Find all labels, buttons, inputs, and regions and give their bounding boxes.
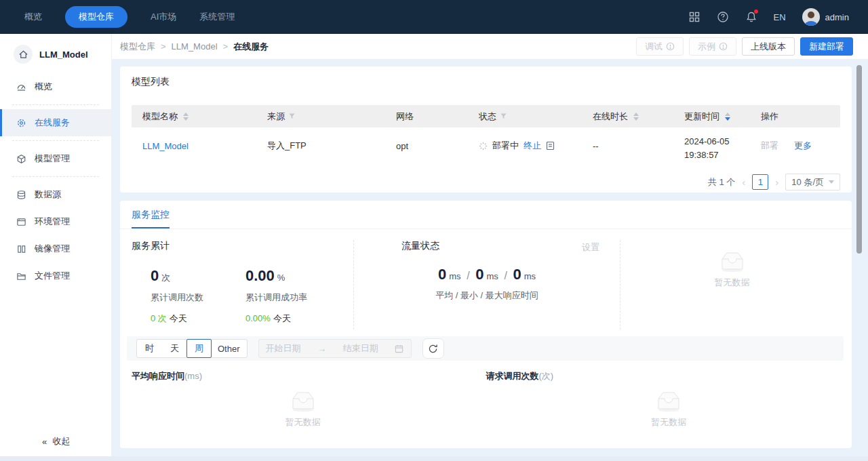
scrollbar-thumb[interactable] xyxy=(856,65,862,254)
vertical-scrollbar[interactable] xyxy=(856,61,862,458)
chart-unit: (ms) xyxy=(184,371,202,381)
image-management-icon xyxy=(16,244,26,254)
column-actions: 操作 xyxy=(750,111,840,123)
sidebar-item-label: 概览 xyxy=(35,81,52,93)
date-range-picker[interactable]: 开始日期 → 结束日期 xyxy=(258,339,412,358)
sort-icon[interactable] xyxy=(183,113,189,121)
stat-today-label: 今天 xyxy=(273,313,291,323)
debug-button[interactable]: 调试 xyxy=(636,37,684,56)
chart-unit: (次) xyxy=(539,371,554,381)
page-size-select[interactable]: 10 条/页 xyxy=(785,174,840,191)
breadcrumb-item[interactable]: 模型仓库 xyxy=(120,41,155,53)
new-deploy-button[interactable]: 新建部署 xyxy=(800,37,853,56)
latency-unit: ms xyxy=(449,271,460,281)
latency-avg: 0 xyxy=(438,266,446,283)
sort-icon[interactable] xyxy=(633,113,639,121)
column-updated-time[interactable]: 更新时间 xyxy=(673,111,750,123)
model-list-card: 模型列表 模型名称 来源 网络 状态 在线时长 更新时间 xyxy=(120,66,852,193)
granularity-hour[interactable]: 时 xyxy=(137,340,162,357)
nav-item-model-warehouse[interactable]: 模型仓库 xyxy=(65,6,127,28)
notifications-bell-icon[interactable] xyxy=(745,11,757,23)
pagination-next-button[interactable]: › xyxy=(775,176,778,188)
filter-icon[interactable] xyxy=(500,113,507,120)
tab-service-monitor[interactable]: 服务监控 xyxy=(132,209,170,228)
sidebar-item-file-management[interactable]: 文件管理 xyxy=(0,262,111,289)
stat-label: 累计调用次数 xyxy=(151,292,203,304)
stat-value: 0 xyxy=(151,267,159,284)
empty-text: 暂无数据 xyxy=(651,416,686,428)
refresh-button[interactable] xyxy=(422,338,444,359)
breadcrumb-item[interactable]: LLM_Model xyxy=(172,41,218,52)
empty-text: 暂无数据 xyxy=(285,416,321,428)
breadcrumb-separator: > xyxy=(161,41,166,52)
username: admin xyxy=(825,12,849,22)
settings-link[interactable]: 设置 xyxy=(582,241,599,254)
nav-item-overview[interactable]: 概览 xyxy=(24,11,42,23)
granularity-week[interactable]: 周 xyxy=(186,339,212,358)
sidebar-item-label: 环境管理 xyxy=(35,216,70,228)
terminate-link[interactable]: 终止 xyxy=(524,140,541,152)
column-model-name[interactable]: 模型名称 xyxy=(132,111,256,123)
model-name-link[interactable]: LLM_Model xyxy=(142,141,189,151)
traffic-empty-section: 暂无数据 xyxy=(620,240,844,329)
latency-min: 0 xyxy=(475,266,484,283)
sidebar-item-environment[interactable]: 环境管理 xyxy=(0,208,111,235)
latency-values: 0ms / 0ms / 0ms 平均 / 最小 / 最大响应时间 xyxy=(354,266,620,302)
sort-icon-active[interactable] xyxy=(725,113,730,121)
pagination: 共 1 个 ‹ 1 › 10 条/页 xyxy=(132,174,840,191)
environment-icon xyxy=(16,217,26,227)
column-label: 网络 xyxy=(396,111,414,123)
service-total-section: 服务累计 0次 累计调用次数 0 次今天 0.00% 累计调用成功率 0.00%… xyxy=(132,240,354,329)
granularity-other[interactable]: Other xyxy=(211,340,247,357)
breadcrumb-current: 在线服务 xyxy=(233,41,269,53)
granularity-day[interactable]: 天 xyxy=(162,340,187,357)
more-actions-link[interactable]: 更多 xyxy=(794,140,812,152)
filter-icon[interactable] xyxy=(288,113,296,120)
sidebar-divider xyxy=(12,104,99,105)
example-button[interactable]: 示例 xyxy=(689,37,736,56)
sidebar-item-overview[interactable]: 概览 xyxy=(0,73,111,100)
stat-total-calls: 0次 累计调用次数 0 次今天 xyxy=(151,267,203,325)
chevron-down-icon xyxy=(829,180,834,184)
column-status[interactable]: 状态 xyxy=(468,111,582,123)
model-source: 导入_FTP xyxy=(267,140,307,152)
sidebar-project[interactable]: LLM_Model xyxy=(0,34,111,73)
pagination-total: 共 1 个 xyxy=(708,176,735,188)
avatar xyxy=(802,8,820,26)
nav-item-system-admin[interactable]: 系统管理 xyxy=(199,11,235,23)
online-version-button[interactable]: 上线版本 xyxy=(742,37,795,56)
refresh-icon xyxy=(428,344,438,354)
start-date-placeholder: 开始日期 xyxy=(266,342,301,355)
notification-badge-dot xyxy=(754,9,758,14)
pagination-prev-button[interactable]: ‹ xyxy=(742,176,745,188)
user-menu[interactable]: admin xyxy=(802,8,849,26)
help-icon[interactable] xyxy=(717,11,729,23)
logs-icon[interactable] xyxy=(546,141,555,151)
monitor-tabs: 服务监控 xyxy=(120,209,852,229)
column-label: 在线时长 xyxy=(593,111,628,123)
apps-grid-icon[interactable] xyxy=(688,11,701,23)
service-total-label: 服务累计 xyxy=(132,240,353,252)
column-online-time[interactable]: 在线时长 xyxy=(582,111,673,123)
stat-success-rate: 0.00% 累计调用成功率 0.00%今天 xyxy=(245,267,307,325)
breadcrumb-separator: > xyxy=(223,41,229,52)
chart-title: 平均响应时间 xyxy=(132,371,184,381)
info-circle-icon xyxy=(666,42,675,51)
sidebar-item-image-management[interactable]: 镜像管理 xyxy=(0,235,111,262)
sidebar-item-label: 数据源 xyxy=(35,188,61,201)
calendar-icon xyxy=(395,344,403,353)
latency-unit: ms xyxy=(486,271,498,281)
stat-today-value: 0 次 xyxy=(151,313,167,323)
column-label: 操作 xyxy=(761,111,778,123)
range-arrow-icon: → xyxy=(317,344,326,354)
language-switch[interactable]: EN xyxy=(774,12,786,22)
chart-title: 请求调用次数 xyxy=(486,371,539,381)
bottom-strip xyxy=(0,456,868,461)
nav-item-ai-market[interactable]: AI市场 xyxy=(151,11,176,23)
sidebar-item-online-service[interactable]: 在线服务 xyxy=(0,109,111,136)
sidebar-item-datasource[interactable]: 数据源 xyxy=(0,181,111,208)
pagination-page-1[interactable]: 1 xyxy=(752,174,768,190)
column-source[interactable]: 来源 xyxy=(256,111,385,123)
info-circle-icon xyxy=(719,42,728,51)
sidebar-item-model-management[interactable]: 模型管理 xyxy=(0,145,111,172)
